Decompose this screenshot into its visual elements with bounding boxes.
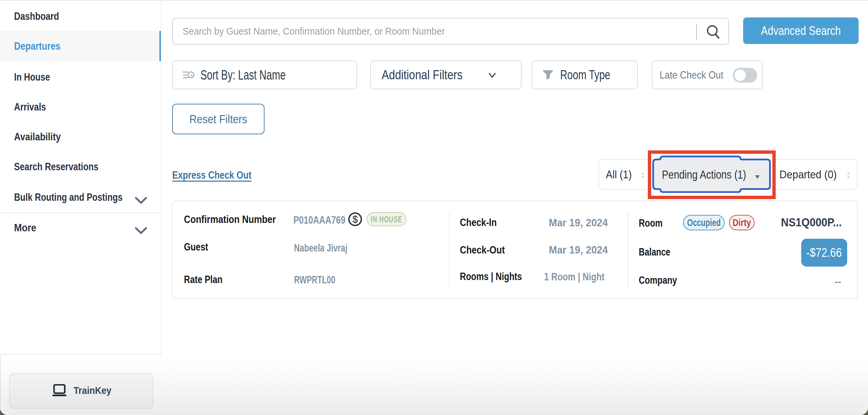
svg-text:$: $	[352, 214, 358, 225]
